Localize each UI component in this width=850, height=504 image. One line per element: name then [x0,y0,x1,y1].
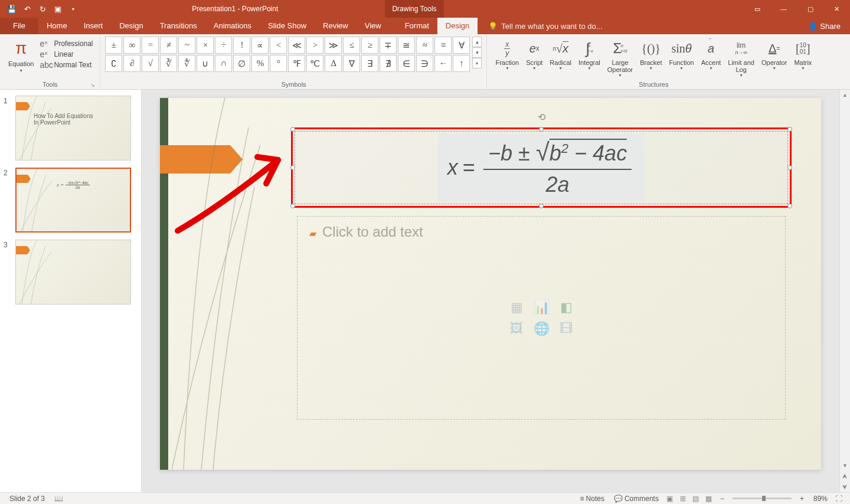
symbol-button[interactable]: ≡ [434,37,452,54]
symbol-button[interactable]: × [197,37,214,54]
symbol-button[interactable]: ≫ [325,37,342,54]
symbol-button[interactable]: ∇ [343,55,360,72]
tab-transitions[interactable]: Transitions [152,18,205,34]
zoom-slider[interactable] [733,498,792,499]
symbol-button[interactable]: ∁ [105,55,122,72]
thumbnail-1[interactable]: 1 How To Add Equations In PowerPoint [4,96,138,161]
symbol-button[interactable]: ∂ [123,55,140,72]
symbol-button[interactable]: ∆ [325,55,342,72]
limit_log-button[interactable]: limn→∞Limit and Log▼ [724,37,758,78]
scroll-down-icon[interactable]: ▼ [472,47,482,58]
slide-canvas[interactable]: ⟲ x= −b ± √b2 − 4ac 2a [142,90,839,492]
symbol-button[interactable]: ∀ [453,37,470,54]
normal-view-icon[interactable]: ▣ [663,493,676,504]
tab-review[interactable]: Review [315,18,357,34]
symbol-button[interactable]: ≪ [288,37,305,54]
resize-handle[interactable] [290,127,295,132]
dialog-launcher-icon[interactable]: ↘ [90,82,95,88]
symbol-button[interactable]: ! [233,37,250,54]
slide-counter[interactable]: Slide 2 of 3 [5,495,50,503]
equation-button[interactable]: π Equation ▼ [5,37,37,74]
comments-button[interactable]: 💬 Comments [609,495,663,503]
rotate-handle-icon[interactable]: ⟲ [538,112,545,123]
script-button[interactable]: exScript▼ [522,37,546,71]
operator-button[interactable]: Δ=Operator▼ [758,37,790,71]
content-placeholder[interactable]: ▰Click to add text ▦ 📊 ◧ 🖼 🌐 🎞 [297,216,786,420]
symbol-button[interactable]: > [306,37,323,54]
zoom-level[interactable]: 89% [809,495,832,503]
resize-handle[interactable] [787,165,792,170]
symbol-button[interactable]: ∝ [251,37,269,54]
redo-icon[interactable]: ↻ [35,2,50,16]
zoom-out-button[interactable]: − [715,495,729,503]
symbol-button[interactable]: ≤ [343,37,360,54]
prev-slide-icon[interactable]: ⮝ [840,471,850,482]
zoom-in-button[interactable]: + [795,495,809,503]
insert-table-icon[interactable]: ▦ [506,299,527,316]
next-slide-icon[interactable]: ⮟ [840,482,850,492]
gallery-expand-icon[interactable]: ▾ [472,58,482,68]
resize-handle[interactable] [539,204,544,208]
thumbnail-3[interactable]: 3 [4,240,138,305]
slideshow-icon[interactable]: ▣ [51,2,65,16]
undo-icon[interactable]: ↶ [20,2,34,16]
tab-insert[interactable]: Insert [76,18,112,34]
fit-to-window-icon[interactable]: ⛶ [832,493,845,504]
save-icon[interactable]: 💾 [5,2,19,16]
symbol-button[interactable]: ← [434,55,452,72]
resize-handle[interactable] [787,204,792,208]
insert-video-icon[interactable]: 🎞 [555,320,577,338]
symbol-button[interactable]: √ [142,55,159,72]
symbol-button[interactable]: ∛ [160,55,177,72]
scroll-track[interactable] [840,100,850,460]
tab-animations[interactable]: Animations [205,18,260,34]
symbol-button[interactable]: ∅ [233,55,250,72]
symbol-button[interactable]: ÷ [215,37,232,54]
fraction-button[interactable]: xyFraction▼ [492,37,522,71]
resize-handle[interactable] [787,127,792,132]
function-button[interactable]: sin θFunction▼ [665,37,697,71]
linear-button[interactable]: eˣLinear [40,50,93,59]
symbol-button[interactable]: < [270,37,287,54]
symbol-button[interactable]: ≥ [361,37,378,54]
thumbnail-2[interactable]: 2 x = −b±√b²−4ac2a [4,168,138,233]
vertical-scrollbar[interactable]: ▲ ▼ ⮝ ⮟ [839,90,850,492]
tab-file[interactable]: File [0,18,38,34]
insert-online-picture-icon[interactable]: 🌐 [531,320,552,338]
tab-design[interactable]: Design [111,18,151,34]
matrix-button[interactable]: [1001]Matrix▼ [790,37,815,71]
symbol-button[interactable]: % [251,55,269,72]
equation-content[interactable]: x= −b ± √b2 − 4ac 2a [438,133,645,202]
symbol-button[interactable]: ≈ [416,37,433,54]
share-button[interactable]: 👤 Share [799,22,850,31]
symbol-button[interactable]: ℃ [306,55,323,72]
insert-smartart-icon[interactable]: ◧ [555,299,577,316]
tab-equation-design[interactable]: Design [437,18,478,34]
symbol-button[interactable]: ∩ [215,55,232,72]
slideshow-view-icon[interactable]: ▦ [702,493,715,504]
scroll-up-icon[interactable]: ▲ [840,90,850,100]
tell-me-search[interactable]: 💡 Tell me what you want to do... [478,22,799,31]
qat-customize-icon[interactable]: ▾ [66,2,80,16]
equation-textbox[interactable]: ⟲ x= −b ± √b2 − 4ac 2a [291,127,792,208]
tab-view[interactable]: View [357,18,390,34]
symbol-button[interactable]: ~ [178,37,195,54]
normal-text-button[interactable]: abcNormal Text [40,60,93,70]
symbol-button[interactable]: ℉ [288,55,305,72]
integral-button[interactable]: ∫x−xIntegral▼ [575,37,604,71]
symbol-button[interactable]: ∄ [380,55,397,72]
scroll-down-icon[interactable]: ▼ [840,460,850,471]
symbol-button[interactable]: ∞ [123,37,140,54]
bracket-button[interactable]: {()}Bracket▼ [636,37,665,71]
professional-button[interactable]: eˣProfessional [40,39,93,48]
reading-view-icon[interactable]: ▤ [689,493,702,504]
tab-format[interactable]: Format [397,18,437,34]
maximize-icon[interactable]: ▢ [797,0,823,18]
symbol-button[interactable]: = [142,37,159,54]
insert-chart-icon[interactable]: 📊 [531,299,552,316]
symbol-button[interactable]: ≅ [398,37,415,54]
resize-handle[interactable] [539,127,544,132]
tab-slideshow[interactable]: Slide Show [260,18,315,34]
symbol-button[interactable]: ∓ [380,37,397,54]
scroll-up-icon[interactable]: ▲ [472,37,482,47]
